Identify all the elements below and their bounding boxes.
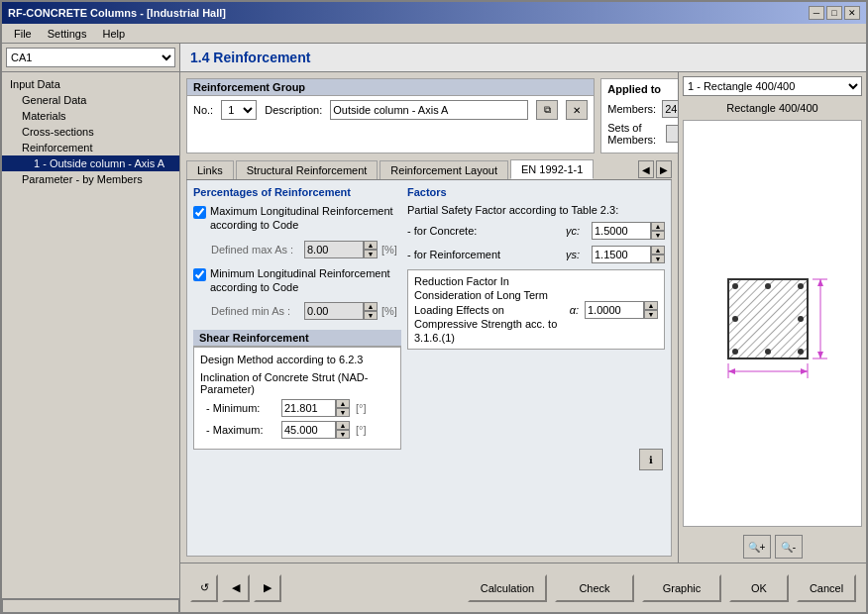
tab-links[interactable]: Links bbox=[186, 160, 234, 179]
sidebar-item-general-data[interactable]: General Data bbox=[2, 92, 179, 108]
copy-button[interactable]: ⧉ bbox=[536, 100, 558, 120]
shear-max-down[interactable]: ▼ bbox=[336, 430, 350, 439]
reduction-row: Reduction Factor In Consideration of Lon… bbox=[414, 274, 658, 345]
reduction-box: Reduction Factor In Consideration of Lon… bbox=[407, 269, 665, 350]
menu-settings[interactable]: Settings bbox=[40, 26, 95, 41]
sets-row: Sets of Members: 🔍 All bbox=[607, 122, 678, 146]
section-select[interactable]: 1 - Rectangle 400/400 bbox=[683, 76, 862, 96]
zoom-in-button[interactable]: 🔍+ bbox=[743, 535, 771, 559]
svg-point-3 bbox=[765, 283, 771, 289]
panel-body: Reinforcement Group No.: 1 Description: bbox=[180, 72, 866, 563]
reduction-spinner[interactable]: ▲ ▼ bbox=[585, 301, 658, 319]
no-select[interactable]: 1 bbox=[221, 100, 257, 120]
defined-max-down[interactable]: ▼ bbox=[364, 250, 378, 258]
shear-min-input[interactable] bbox=[281, 399, 336, 417]
case-select[interactable]: CA1 bbox=[6, 48, 175, 67]
close-button[interactable]: ✕ bbox=[844, 6, 860, 20]
sets-input[interactable] bbox=[666, 125, 678, 143]
tab-en1992[interactable]: EN 1992-1-1 bbox=[510, 159, 594, 179]
sidebar-header: CA1 bbox=[2, 44, 179, 72]
shear-min-spinner[interactable]: ▲ ▼ bbox=[281, 399, 350, 417]
tab-nav: ◀ ▶ bbox=[638, 160, 672, 178]
sidebar-item-parameter[interactable]: Parameter - by Members bbox=[2, 171, 179, 187]
reinf-up[interactable]: ▲ bbox=[651, 246, 665, 255]
menu-help[interactable]: Help bbox=[94, 26, 133, 41]
shear-title: Shear Reinforcement bbox=[193, 330, 401, 347]
zoom-out-button[interactable]: 🔍- bbox=[775, 535, 803, 559]
sidebar-item-outside-column[interactable]: 1 - Outside column - Axis A bbox=[2, 155, 179, 171]
reduction-up[interactable]: ▲ bbox=[644, 301, 658, 310]
tab-layout[interactable]: Reinforcement Layout bbox=[380, 160, 508, 179]
defined-min-spinner[interactable]: ▲ ▼ bbox=[304, 302, 378, 320]
min-reinf-label: Minimum Longitudinal Reinforcement accor… bbox=[210, 266, 401, 295]
sidebar-item-materials[interactable]: Materials bbox=[2, 108, 179, 124]
graphic-button[interactable]: Graphic bbox=[642, 574, 721, 602]
main-window: RF-CONCRETE Columns - [Industrial Hall] … bbox=[0, 0, 868, 614]
minimize-button[interactable]: ─ bbox=[809, 6, 824, 20]
reinf-factor-input[interactable] bbox=[592, 246, 651, 263]
shear-min-unit: [°] bbox=[356, 402, 367, 414]
reduction-label: Reduction Factor In Consideration of Lon… bbox=[414, 274, 564, 345]
svg-marker-19 bbox=[801, 368, 808, 374]
section-svg bbox=[713, 264, 832, 383]
reinf-symbol: γs: bbox=[566, 249, 586, 260]
shear-max-spinner[interactable]: ▲ ▼ bbox=[281, 421, 350, 439]
reinf-down[interactable]: ▼ bbox=[651, 255, 665, 263]
reinf-factor-spinner[interactable]: ▲ ▼ bbox=[592, 246, 665, 263]
right-panel: 1.4 Reinforcement Reinforcement Group No… bbox=[180, 44, 866, 612]
min-reinf-checkbox[interactable] bbox=[193, 268, 206, 281]
maximize-button[interactable]: □ bbox=[826, 6, 842, 20]
prev-button[interactable]: ◀ bbox=[222, 574, 250, 602]
concrete-up[interactable]: ▲ bbox=[651, 222, 665, 231]
concrete-factor-input[interactable] bbox=[592, 222, 651, 240]
tab-prev-button[interactable]: ◀ bbox=[638, 160, 654, 178]
bottom-bar: ↺ ◀ ▶ Calculation Check Graphic OK Cance… bbox=[180, 563, 866, 612]
tab-next-button[interactable]: ▶ bbox=[656, 160, 672, 178]
sidebar-item-cross-sections[interactable]: Cross-sections bbox=[2, 124, 179, 140]
defined-min-down[interactable]: ▼ bbox=[364, 311, 378, 320]
delete-button[interactable]: ✕ bbox=[566, 100, 588, 120]
shear-min-up[interactable]: ▲ bbox=[336, 399, 350, 408]
concrete-factor-spinner[interactable]: ▲ ▼ bbox=[592, 222, 665, 240]
sidebar-item-reinforcement[interactable]: Reinforcement bbox=[2, 140, 179, 155]
menu-file[interactable]: File bbox=[6, 26, 40, 41]
tabs-row: Links Structural Reinforcement Reinforce… bbox=[186, 159, 672, 180]
info-button[interactable]: ℹ bbox=[639, 449, 663, 470]
title-bar-buttons: ─ □ ✕ bbox=[809, 6, 860, 20]
check-button[interactable]: Check bbox=[555, 574, 634, 602]
shear-max-input[interactable] bbox=[281, 421, 336, 439]
reduction-down[interactable]: ▼ bbox=[644, 310, 658, 319]
svg-point-2 bbox=[732, 283, 738, 289]
svg-point-7 bbox=[732, 349, 738, 355]
shear-min-down[interactable]: ▼ bbox=[336, 408, 350, 417]
window-title: RF-CONCRETE Columns - [Industrial Hall] bbox=[8, 7, 226, 19]
cancel-button[interactable]: Cancel bbox=[797, 574, 856, 602]
reduction-input[interactable] bbox=[585, 301, 644, 319]
ok-button[interactable]: OK bbox=[729, 574, 789, 602]
calculation-button[interactable]: Calculation bbox=[468, 574, 547, 602]
sidebar-scrollbar[interactable] bbox=[2, 598, 179, 612]
description-input[interactable] bbox=[330, 100, 528, 120]
concrete-down[interactable]: ▼ bbox=[651, 231, 665, 240]
factors-title: Factors bbox=[407, 186, 665, 198]
next-button[interactable]: ▶ bbox=[254, 574, 281, 602]
shear-min-spinner-buttons: ▲ ▼ bbox=[336, 399, 350, 417]
preview-buttons: 🔍+ 🔍- bbox=[679, 531, 866, 563]
members-row: Members: 🔍 All bbox=[607, 99, 678, 119]
defined-min-input[interactable] bbox=[304, 302, 364, 320]
defined-min-up[interactable]: ▲ bbox=[364, 302, 378, 311]
sidebar-item-input-data[interactable]: Input Data bbox=[2, 76, 179, 92]
members-input[interactable] bbox=[662, 100, 678, 118]
svg-rect-1 bbox=[728, 279, 808, 358]
defined-max-up[interactable]: ▲ bbox=[364, 241, 378, 250]
defined-max-input[interactable] bbox=[304, 241, 364, 258]
reset-button[interactable]: ↺ bbox=[190, 574, 218, 602]
shear-max-up[interactable]: ▲ bbox=[336, 421, 350, 430]
svg-point-6 bbox=[798, 316, 804, 322]
tab-structural[interactable]: Structural Reinforcement bbox=[236, 160, 379, 179]
applied-to-box: Applied to Members: 🔍 All bbox=[600, 78, 678, 154]
max-reinf-checkbox[interactable] bbox=[193, 206, 206, 219]
section-label: Rectangle 400/400 bbox=[679, 100, 866, 116]
defined-max-spinner[interactable]: ▲ ▼ bbox=[304, 241, 378, 258]
shear-max-row: - Maximum: ▲ ▼ bbox=[200, 421, 394, 439]
